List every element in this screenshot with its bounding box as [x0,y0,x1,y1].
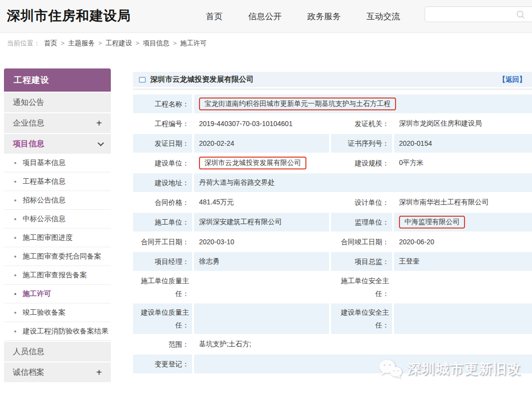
breadcrumb-link[interactable]: 项目信息 [143,39,169,47]
company-title: 深圳市云龙城投资发展有限公司 [150,75,499,84]
field-value: 丹荷大道与南谷路交界处 [194,173,532,192]
search-input[interactable] [429,7,518,21]
document-icon [139,77,146,83]
sidebar-subitem-label: 施工图审查报告备案 [23,270,87,280]
value-text: 2020-0154 [399,139,432,147]
page: 深圳市住房和建设局 首页信息公开政务服务互动交流 当前位置： 首页>主题服务>工… [0,0,532,395]
breadcrumb-prefix: 当前位置： [7,39,40,47]
field-label: 变更登记： [133,355,192,373]
sidebar-subitem[interactable]: 施工图审图进度 [4,229,111,247]
content-panel: 深圳市云龙城投资发展有限公司 【返回】 工程名称：宝龙街道南约积谷田城市更新单元… [133,72,532,374]
field-value: 深圳市龙岗区住房和建设局 [394,114,532,133]
table-row: 合同价格：481.45万元设计单位：深圳市南华岩土工程有限公司 [133,193,532,212]
breadcrumb-link[interactable]: 主题服务 [68,39,95,47]
sidebar-subitem-label: 竣工验收备案 [23,308,66,317]
field-value: 2020-06-20 [394,232,532,251]
bullet-icon [14,330,16,332]
sidebar-subitem[interactable]: 工程基本信息 [4,172,111,191]
breadcrumb-separator: > [98,39,102,47]
field-label: 合同竣工日期： [331,232,392,251]
sidebar-subitem-label: 工程基本信息 [23,177,66,186]
sidebar-section-label: 企业信息 [13,118,44,129]
sidebar-subitem[interactable]: 施工图审查委托合同备案 [4,247,111,266]
field-label: 监理单位： [331,213,392,231]
sidebar: 工程建设通知公告企业信息+项目信息项目基本信息工程基本信息招标公告信息中标公示信… [4,68,111,382]
search-icon[interactable] [516,10,525,19]
breadcrumb-link[interactable]: 首页 [44,39,57,47]
sidebar-subitem[interactable]: 项目基本信息 [4,154,111,172]
field-value: 深圳市云龙城投资发展有限公司 [194,154,329,172]
field-label: 施工单位： [133,213,192,231]
sidebar-section-label: 诚信档案 [13,367,44,378]
field-value: 2020-02-24 [194,134,329,153]
field-label: 项目经理： [133,252,192,271]
field-value [194,355,532,373]
field-value: 宝龙街道南约积谷田城市更新单元一期基坑支护与土石方工程 [194,95,532,113]
table-row: 施工单位质量主任：施工单位安全主任： [133,272,532,302]
value-text: 2020-03-10 [199,238,234,246]
sidebar-section[interactable]: 人员信息 [4,342,111,362]
table-row: 工程编号：2019-440307-70-03-10104601发证机关：深圳市龙… [133,114,532,133]
field-value [194,303,329,334]
sidebar-section[interactable]: 项目信息 [4,134,111,154]
value-text: 丹荷大道与南谷路交界处 [199,178,275,187]
sidebar-subitem[interactable]: 招标公告信息 [4,191,111,210]
sidebar-subitem[interactable]: 建设工程消防验收备案结果 [4,322,111,341]
value-text: 深圳市龙岗区住房和建设局 [399,119,482,128]
breadcrumb: 当前位置： 首页>主题服务>工程建设>项目信息>施工许可 [7,39,210,48]
nav-item[interactable]: 首页 [206,11,223,22]
sidebar-subitem-label: 施工图审查委托合同备案 [23,252,101,261]
field-label: 发证机关： [331,114,392,133]
table-row: 建设单位质量主任：建设单位安全主任： [133,303,532,334]
bullet-icon [14,218,16,220]
nav-item[interactable]: 信息公开 [248,11,282,22]
back-button[interactable]: 【返回】 [499,75,526,84]
sidebar-section[interactable]: 诚信档案+ [4,362,111,382]
value-text: 2019-440307-70-03-10104601 [199,120,293,128]
sidebar-subitem-label: 施工许可 [23,289,51,298]
field-label: 建设规模： [331,154,392,172]
sidebar-subitem[interactable]: 中标公示信息 [4,210,111,229]
sidebar-header: 工程建设 [4,68,111,92]
table-row: 工程名称：宝龙街道南约积谷田城市更新单元一期基坑支护与土石方工程 [133,95,532,113]
field-value: 徐志勇 [194,252,329,271]
bullet-icon [14,293,16,295]
value-text: 0平方米 [399,159,424,167]
sidebar-subitem[interactable]: 施工图审查报告备案 [4,266,111,285]
nav-item[interactable]: 政务服务 [307,11,341,22]
value-text: 徐志勇 [199,257,220,266]
bullet-icon [14,237,16,239]
sidebar-subitem-label: 招标公告信息 [23,196,66,205]
field-value: 481.45万元 [194,193,329,212]
sidebar-section-label: 通知公告 [13,98,44,108]
value-highlight: 宝龙街道南约积谷田城市更新单元一期基坑支护与土石方工程 [199,98,396,110]
field-label: 范围： [133,335,192,354]
breadcrumb-link[interactable]: 工程建设 [105,39,132,47]
field-value: 深圳深安建筑工程有限公司 [194,213,329,231]
sidebar-section[interactable]: 通知公告 [4,93,111,112]
field-value: 2020-03-10 [194,232,329,251]
bullet-icon [14,312,16,314]
field-label: 建设单位安全主任： [331,303,392,334]
field-value: 王登奎 [394,252,532,271]
breadcrumb-separator: > [61,39,65,47]
field-value [194,272,329,302]
search-box [425,6,532,22]
field-label: 建设单位质量主任： [133,303,192,334]
table-row: 变更登记： [133,355,532,373]
nav-item[interactable]: 互动交流 [366,11,400,22]
value-text: 2020-06-20 [399,238,434,246]
sidebar-subitem[interactable]: 施工许可 [4,285,111,303]
site-title: 深圳市住房和建设局 [7,7,131,25]
sidebar-section[interactable]: 企业信息+ [4,113,111,133]
bullet-icon [14,256,16,258]
field-label: 设计单位： [331,193,392,212]
field-label: 项目总监： [331,252,392,271]
field-label: 合同价格： [133,193,192,212]
field-value: 深圳市南华岩土工程有限公司 [394,193,532,212]
sidebar-subitem[interactable]: 竣工验收备案 [4,303,111,322]
table-row: 范围：基坑支护;土石方; [133,335,532,354]
field-value: 基坑支护;土石方; [194,335,532,354]
table-row: 施工单位：深圳深安建筑工程有限公司监理单位：中海监理有限公司 [133,213,532,231]
breadcrumb-link[interactable]: 施工许可 [180,39,207,47]
